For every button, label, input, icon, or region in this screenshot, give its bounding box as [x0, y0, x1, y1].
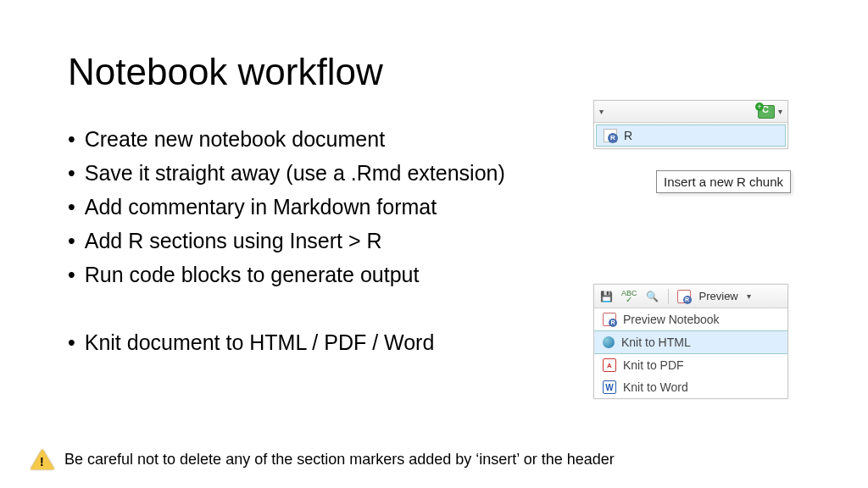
save-icon[interactable]: 💾 [599, 290, 613, 303]
menu-item-label: Knit to HTML [621, 336, 691, 349]
notebook-icon: R [677, 290, 691, 303]
notebook-icon: R [603, 313, 616, 326]
menu-item-label: Knit to PDF [623, 358, 684, 372]
preview-button-label[interactable]: Preview [699, 290, 738, 302]
menu-item-preview-notebook[interactable]: R Preview Notebook [594, 308, 787, 330]
search-icon[interactable]: 🔍 [646, 290, 659, 303]
word-icon: W [603, 380, 616, 394]
warning-footer: Be careful not to delete any of the sect… [31, 449, 615, 469]
r-file-icon: R [604, 129, 617, 142]
bullet-item: Add R sections using Insert > R [68, 224, 800, 258]
chevron-down-icon[interactable]: ▾ [599, 107, 604, 116]
spellcheck-icon[interactable]: ABC✓ [621, 290, 637, 303]
menu-item-label: R [624, 129, 632, 142]
toolbar-divider [668, 289, 669, 304]
insert-toolbar: ▾ + ▾ [594, 101, 787, 123]
menu-item-r[interactable]: R R [596, 125, 786, 147]
warning-text: Be careful not to delete any of the sect… [64, 451, 615, 469]
menu-item-knit-word[interactable]: W Knit to Word [594, 376, 787, 398]
tooltip-text: Insert a new R chunk [664, 175, 783, 189]
pdf-icon: A [603, 358, 616, 372]
knit-toolbar: 💾 ABC✓ 🔍 R Preview ▾ [594, 285, 787, 308]
knit-menu: R Preview Notebook Knit to HTML A Knit t… [594, 308, 787, 398]
menu-item-label: Preview Notebook [623, 313, 720, 326]
tooltip: Insert a new R chunk [656, 170, 791, 193]
knit-panel: 💾 ABC✓ 🔍 R Preview ▾ R Preview Notebook … [593, 284, 788, 399]
plus-icon: + [755, 103, 764, 111]
slide-content: Notebook workflow Create new notebook do… [0, 0, 868, 488]
menu-item-label: Knit to Word [623, 380, 688, 394]
chevron-down-icon[interactable]: ▾ [747, 291, 751, 301]
slide-title: Notebook workflow [68, 51, 800, 93]
chevron-down-icon[interactable]: ▾ [778, 107, 782, 116]
menu-item-knit-html[interactable]: Knit to HTML [594, 330, 787, 354]
bullet-item: Add commentary in Markdown format [68, 190, 800, 224]
insert-menu: R R [594, 125, 787, 147]
add-chunk-button[interactable]: + [758, 105, 775, 119]
globe-icon [603, 336, 615, 348]
menu-item-knit-pdf[interactable]: A Knit to PDF [594, 354, 787, 376]
warning-icon [31, 449, 54, 469]
insert-chunk-panel: ▾ + ▾ R R Insert a new R chunk [593, 100, 788, 149]
